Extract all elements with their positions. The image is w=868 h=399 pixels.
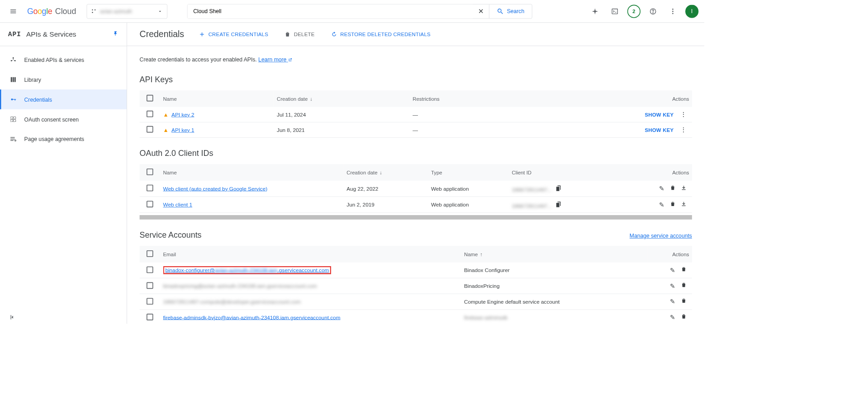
topbar: Google Cloud avian-azimuth ✕ Search 2 I [0,0,704,23]
sidebar-header: API APIs & Services [0,23,127,46]
project-selector[interactable]: avian-azimuth [86,4,167,19]
edit-icon[interactable]: ✎ [667,314,678,322]
col-restrictions[interactable]: Restrictions [410,90,626,107]
svg-rect-13 [11,117,13,119]
api-key-link[interactable]: API key 1 [171,127,194,133]
select-all-checkbox[interactable] [147,95,153,102]
row-checkbox[interactable] [147,126,153,133]
help-icon[interactable] [645,4,660,19]
sidebar-item-page-usage-agreements[interactable]: Page usage agreements [0,129,127,149]
sort-down-icon: ↓ [310,96,313,102]
col-clientid[interactable]: Client ID [509,164,633,181]
row-checkbox[interactable] [147,282,153,289]
svg-point-2 [92,12,93,13]
edit-icon[interactable]: ✎ [656,201,667,209]
sidebar-title: APIs & Services [26,30,108,38]
edit-icon[interactable]: ✎ [667,298,678,306]
google-cloud-logo[interactable]: Google Cloud [24,6,79,16]
row-checkbox[interactable] [147,201,153,208]
api-keys-title: API Keys [139,75,692,84]
nav-icon [9,135,17,142]
learn-more-link[interactable]: Learn more [258,56,292,63]
more-icon[interactable]: ⋮ [678,111,689,118]
trash-icon[interactable] [667,201,678,207]
trash-icon[interactable] [678,314,689,320]
row-checkbox[interactable] [147,111,153,117]
show-key-button[interactable]: SHOW KEY [645,112,674,118]
created-cell: Jul 11, 2024 [274,107,409,122]
row-checkbox[interactable] [147,267,153,273]
client-id-cell: 186672811497... [512,203,553,209]
col-email[interactable]: Email [160,246,461,263]
table-row: firebase-adminsdk-bvjzo@avian-azimuth-23… [139,310,692,324]
col-created[interactable]: Creation date↓ [274,90,409,107]
trash-icon[interactable] [678,282,689,288]
horizontal-scrollbar[interactable] [139,215,692,220]
notifications-badge[interactable]: 2 [627,5,640,18]
search-input[interactable] [187,4,473,18]
create-credentials-button[interactable]: CREATE CREDENTIALS [197,28,270,41]
nav-icon [9,56,17,63]
svg-point-9 [13,57,14,59]
trash-icon[interactable] [667,185,678,191]
created-cell: Aug 22, 2022 [344,181,428,197]
search-button[interactable]: Search [489,4,532,18]
row-checkbox[interactable] [147,185,153,192]
nav-icon [9,96,17,103]
chevron-down-icon [157,9,162,14]
api-key-link[interactable]: API key 2 [171,112,194,118]
sidebar-item-library[interactable]: Library [0,70,127,89]
service-account-link[interactable]: binadox-configurer@avian-azimuth-234108.… [165,268,329,273]
trash-icon[interactable] [678,266,689,272]
trash-icon[interactable] [678,298,689,304]
col-created[interactable]: Creation date↓ [344,164,428,181]
manage-service-accounts-link[interactable]: Manage service accounts [630,233,692,239]
collapse-sidebar-icon[interactable] [9,314,16,322]
download-icon[interactable] [678,185,689,191]
edit-icon[interactable]: ✎ [656,185,667,192]
name-cell: BinadoxPricing [461,278,648,294]
col-name[interactable]: Name [160,90,274,107]
name-cell: Binadox Configurer [461,263,648,278]
search-icon [497,8,504,15]
service-account-email: 186672811497-compute@developer.gservicea… [163,299,300,305]
edit-icon[interactable]: ✎ [667,282,678,290]
page-title: Credentials [139,29,184,40]
menu-icon[interactable] [6,4,20,19]
sidebar-item-credentials[interactable]: Credentials [0,89,127,109]
sidebar-item-enabled-apis-services[interactable]: Enabled APIs & services [0,50,127,70]
gemini-icon[interactable] [588,4,602,19]
svg-point-7 [672,10,674,12]
sidebar-item-label: OAuth consent screen [24,116,79,122]
col-type[interactable]: Type [428,164,509,181]
delete-button[interactable]: DELETE [283,28,316,41]
more-icon[interactable]: ⋮ [678,126,689,134]
sidebar-item-oauth-consent-screen[interactable]: OAuth consent screen [0,109,127,129]
oauth-client-link[interactable]: Web client 1 [163,202,192,208]
more-icon[interactable] [665,4,680,19]
edit-icon[interactable]: ✎ [667,267,678,274]
avatar[interactable]: I [685,5,698,18]
col-name[interactable]: Name [160,164,344,181]
restore-button[interactable]: RESTORE DELETED CREDENTIALS [329,28,432,41]
copy-icon[interactable] [553,184,564,192]
col-name[interactable]: Name↑ [461,246,648,263]
select-all-checkbox[interactable] [147,169,153,175]
show-key-button[interactable]: SHOW KEY [645,127,674,133]
select-all-checkbox[interactable] [147,250,153,257]
oauth-client-link[interactable]: Web client (auto created by Google Servi… [163,186,267,192]
row-checkbox[interactable] [147,314,153,320]
download-icon[interactable] [678,201,689,207]
svg-point-11 [14,60,16,61]
svg-rect-15 [11,119,13,122]
external-link-icon [288,58,293,62]
service-account-link[interactable]: firebase-adminsdk-bvjzo@avian-azimuth-23… [163,315,340,320]
row-checkbox[interactable] [147,298,153,305]
clear-search-icon[interactable]: ✕ [473,4,489,18]
service-accounts-table: Email Name↑ Actions binadox-configurer@a… [139,246,692,324]
copy-icon[interactable] [553,201,564,208]
service-account-email: binadoxpricing@avian-azimuth-234108.iam.… [163,283,317,289]
pin-icon[interactable] [113,31,119,38]
cloud-shell-icon[interactable] [607,4,622,19]
svg-point-8 [672,13,674,14]
